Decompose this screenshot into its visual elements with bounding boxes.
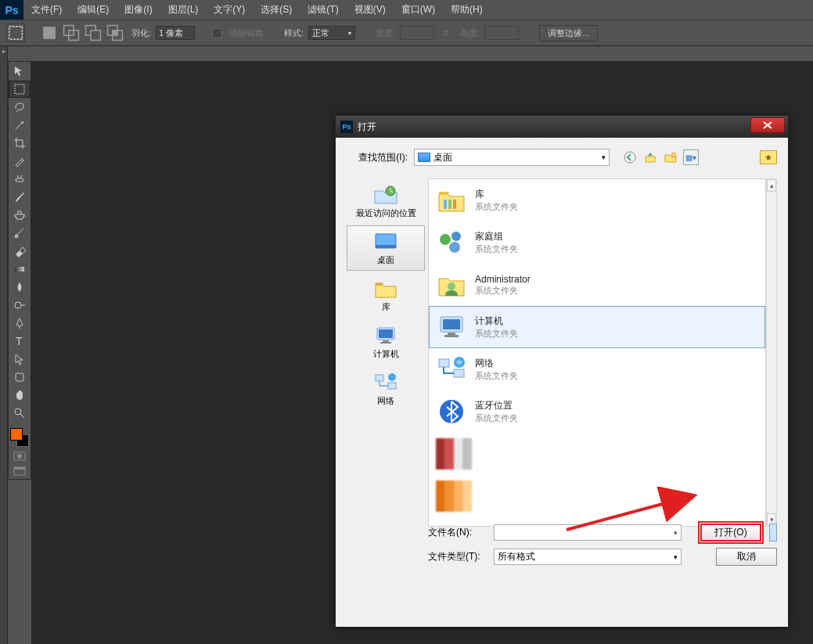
move-tool[interactable] [9, 63, 31, 80]
menu-view[interactable]: 视图(V) [347, 3, 394, 16]
scroll-up-icon[interactable]: ▴ [767, 179, 776, 192]
blurred-thumbnail [436, 438, 472, 470]
menu-help[interactable]: 帮助(H) [443, 3, 491, 16]
menubar: Ps 文件(F) 编辑(E) 图像(I) 图层(L) 文字(Y) 选择(S) 滤… [0, 0, 813, 20]
type-tool[interactable]: T [9, 333, 31, 350]
svg-rect-31 [376, 375, 383, 381]
dodge-tool[interactable] [9, 297, 31, 314]
crop-tool[interactable] [9, 135, 31, 152]
svg-point-10 [22, 121, 23, 123]
place-library[interactable]: 库 [347, 272, 425, 318]
svg-point-38 [451, 232, 461, 241]
menu-image[interactable]: 图像(I) [117, 3, 160, 16]
list-item[interactable]: 家庭组系统文件夹 [429, 221, 765, 264]
menu-type[interactable]: 文字(Y) [206, 3, 253, 16]
file-list[interactable]: 库系统文件夹 家庭组系统文件夹 Administrator系统文件夹 计算机系统… [428, 178, 766, 527]
dialog-body: 查找范围(I): 桌面 ▾ ▦▾ ★ [336, 138, 788, 627]
subtract-selection-icon[interactable] [85, 25, 102, 41]
blur-tool[interactable] [9, 279, 31, 296]
list-item[interactable]: Administrator系统文件夹 [429, 264, 765, 306]
path-selection-tool[interactable] [9, 351, 31, 368]
marquee-tool-preset-icon[interactable] [6, 23, 25, 42]
filename-input[interactable] [498, 527, 678, 538]
list-item[interactable] [429, 433, 765, 475]
antialias-label: 消除锯齿 [229, 27, 264, 39]
open-button[interactable]: 打开(O) [700, 523, 761, 541]
marquee-tool[interactable] [9, 81, 31, 98]
close-button[interactable] [750, 117, 785, 133]
menu-file[interactable]: 文件(F) [23, 3, 70, 16]
open-dialog: Ps 打开 查找范围(I): 桌面 ▾ [335, 115, 789, 628]
menu-select[interactable]: 选择(S) [253, 3, 300, 16]
lasso-tool[interactable] [9, 99, 31, 116]
back-icon[interactable] [622, 149, 638, 165]
clone-stamp-tool[interactable] [9, 207, 31, 224]
shape-tool[interactable] [9, 369, 31, 386]
menu-edit[interactable]: 编辑(E) [70, 3, 117, 16]
chevron-down-icon[interactable]: ▾ [674, 529, 678, 537]
file-name: 计算机 [475, 315, 518, 328]
svg-point-39 [449, 242, 460, 253]
new-selection-icon[interactable] [41, 25, 58, 41]
place-recent[interactable]: 最近访问的位置 [347, 178, 425, 224]
refine-edge-button[interactable]: 调整边缘... [539, 25, 598, 41]
svg-text:T: T [16, 335, 23, 347]
brush-tool[interactable] [9, 189, 31, 206]
favorites-icon[interactable]: ★ [760, 150, 777, 164]
screen-mode-toggle[interactable] [9, 464, 31, 478]
new-folder-icon[interactable] [663, 149, 678, 165]
pen-tool[interactable] [9, 315, 31, 332]
style-select[interactable]: 正常▾ [308, 26, 355, 40]
hand-tool[interactable] [9, 387, 31, 404]
list-item[interactable]: 网络系统文件夹 [429, 348, 765, 390]
view-menu-icon[interactable]: ▦▾ [683, 149, 699, 165]
feather-input[interactable] [156, 26, 195, 40]
homegroup-icon [436, 227, 467, 258]
zoom-tool[interactable] [9, 405, 31, 422]
svg-rect-5 [91, 31, 101, 41]
antialias-checkbox [212, 28, 222, 38]
file-sub: 系统文件夹 [475, 328, 518, 340]
svg-rect-9 [15, 85, 24, 94]
menu-window[interactable]: 窗口(W) [394, 3, 443, 16]
menu-layer[interactable]: 图层(L) [160, 3, 207, 16]
magic-wand-tool[interactable] [9, 117, 31, 134]
list-item[interactable] [429, 475, 765, 517]
eyedropper-tool[interactable] [9, 153, 31, 170]
file-name: 家庭组 [475, 230, 518, 243]
panel-collapse-strip[interactable]: ▸ [0, 46, 8, 644]
scrollbar[interactable]: ▴ ▾ [766, 178, 777, 527]
file-sub: 系统文件夹 [475, 412, 518, 424]
list-item[interactable]: 计算机系统文件夹 [429, 306, 765, 348]
color-swatches[interactable] [9, 426, 31, 448]
history-brush-tool[interactable] [9, 225, 31, 242]
file-sub: 系统文件夹 [475, 201, 518, 213]
place-label: 计算机 [373, 348, 399, 360]
quickmask-toggle[interactable] [9, 449, 31, 463]
place-network[interactable]: 网络 [347, 366, 425, 412]
eraser-tool[interactable] [9, 243, 31, 260]
lookin-select[interactable]: 桌面 ▾ [414, 149, 610, 166]
open-dropdown[interactable] [769, 523, 777, 541]
list-item[interactable]: 库系统文件夹 [429, 179, 765, 221]
gradient-tool[interactable] [9, 261, 31, 278]
svg-rect-16 [16, 373, 23, 381]
add-selection-icon[interactable] [63, 25, 80, 41]
chevron-down-icon: ▾ [674, 553, 678, 561]
dialog-titlebar[interactable]: Ps 打开 [336, 116, 788, 138]
filetype-select[interactable]: 所有格式 ▾ [494, 549, 682, 565]
menu-filter[interactable]: 滤镜(T) [300, 3, 346, 16]
cancel-button[interactable]: 取消 [716, 548, 777, 566]
svg-rect-45 [439, 359, 449, 367]
desktop-icon [418, 153, 430, 162]
foreground-color[interactable] [10, 428, 23, 441]
healing-brush-tool[interactable] [9, 171, 31, 188]
up-icon[interactable] [642, 149, 658, 165]
list-item[interactable]: 蓝牙位置系统文件夹 [429, 390, 765, 433]
intersect-selection-icon[interactable] [106, 25, 124, 41]
place-computer[interactable]: 计算机 [347, 319, 425, 365]
svg-rect-30 [380, 342, 391, 344]
svg-rect-35 [448, 200, 451, 209]
style-label: 样式: [284, 27, 304, 39]
place-desktop[interactable]: 桌面 [347, 225, 425, 271]
